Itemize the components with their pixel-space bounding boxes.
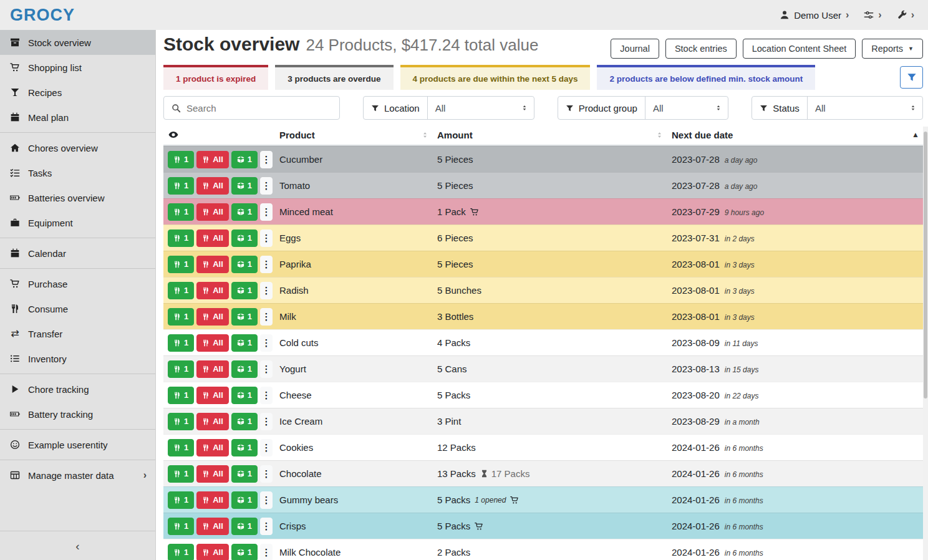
consume-one-button[interactable]: 1 [168, 282, 194, 299]
consume-all-button[interactable]: All [196, 413, 229, 430]
sidebar-item-transfer[interactable]: ⇄ Transfer [0, 321, 155, 346]
consume-all-button[interactable]: All [196, 151, 229, 168]
open-one-button[interactable]: 1 [231, 334, 258, 352]
consume-all-button[interactable]: All [196, 439, 229, 456]
sidebar-item-purchase[interactable]: Purchase [0, 271, 155, 296]
search-input[interactable] [186, 103, 339, 113]
journal-button[interactable]: Journal [611, 39, 659, 59]
consume-all-button[interactable]: All [196, 544, 229, 560]
sidebar-item-recipes[interactable]: Recipes [0, 80, 155, 105]
consume-all-button[interactable]: All [196, 334, 229, 352]
product-group-select[interactable]: All [645, 97, 728, 119]
open-one-button[interactable]: 1 [231, 151, 258, 168]
column-amount[interactable]: Amount [437, 130, 672, 140]
consume-one-button[interactable]: 1 [168, 544, 194, 560]
consume-one-button[interactable]: 1 [168, 229, 194, 247]
consume-one-button[interactable]: 1 [168, 177, 194, 195]
sidebar-item-calendar[interactable]: Calendar [0, 241, 155, 266]
reports-button[interactable]: Reports ▼ [862, 39, 923, 59]
status-select[interactable]: All [807, 97, 922, 119]
consume-one-button[interactable]: 1 [168, 439, 194, 456]
row-menu-button[interactable]: ⋮ [260, 177, 273, 195]
row-menu-button[interactable]: ⋮ [260, 544, 273, 560]
consume-one-button[interactable]: 1 [168, 413, 194, 430]
consume-one-button[interactable]: 1 [168, 334, 194, 352]
column-next-due-date[interactable]: Next due date ▲ [672, 130, 923, 140]
open-one-button[interactable]: 1 [231, 491, 258, 509]
sidebar-item-example-userentity[interactable]: Example userentity [0, 432, 155, 457]
open-one-button[interactable]: 1 [231, 229, 258, 247]
row-menu-button[interactable]: ⋮ [260, 334, 273, 352]
open-one-button[interactable]: 1 [231, 177, 258, 195]
sidebar-item-manage-master-data[interactable]: Manage master data › [0, 463, 155, 488]
consume-one-button[interactable]: 1 [168, 308, 194, 326]
sidebar-item-consume[interactable]: Consume [0, 296, 155, 321]
consume-all-button[interactable]: All [196, 203, 229, 221]
location-select[interactable]: All [427, 97, 534, 119]
consume-all-button[interactable]: All [196, 465, 229, 483]
open-one-button[interactable]: 1 [231, 518, 258, 535]
column-product[interactable]: Product [279, 130, 437, 140]
consume-one-button[interactable]: 1 [168, 387, 194, 404]
row-menu-button[interactable]: ⋮ [260, 282, 273, 299]
scrollbar-thumb[interactable] [924, 132, 927, 398]
consume-all-button[interactable]: All [196, 177, 229, 195]
consume-all-button[interactable]: All [196, 308, 229, 326]
consume-one-button[interactable]: 1 [168, 491, 194, 509]
row-menu-button[interactable]: ⋮ [260, 439, 273, 456]
clear-filter-button[interactable] [900, 66, 923, 89]
consume-all-button[interactable]: All [196, 256, 229, 273]
consume-all-button[interactable]: All [196, 518, 229, 535]
open-one-button[interactable]: 1 [231, 387, 258, 404]
open-one-button[interactable]: 1 [231, 439, 258, 456]
sidebar-item-tasks[interactable]: Tasks [0, 160, 155, 185]
row-menu-button[interactable]: ⋮ [260, 229, 273, 247]
row-menu-button[interactable]: ⋮ [260, 308, 273, 326]
row-menu-button[interactable]: ⋮ [260, 465, 273, 483]
stock-entries-button[interactable]: Stock entries [665, 39, 737, 59]
consume-all-button[interactable]: All [196, 491, 229, 509]
status-overdue[interactable]: 3 products are overdue [275, 65, 393, 90]
open-one-button[interactable]: 1 [231, 282, 258, 299]
location-content-sheet-button[interactable]: Location Content Sheet [743, 39, 856, 59]
consume-all-button[interactable]: All [196, 229, 229, 247]
sidebar-item-equipment[interactable]: Equipment [0, 210, 155, 235]
admin-menu[interactable]: › [897, 10, 914, 20]
consume-one-button[interactable]: 1 [168, 465, 194, 483]
consume-all-button[interactable]: All [196, 282, 229, 299]
open-one-button[interactable]: 1 [231, 413, 258, 430]
row-menu-button[interactable]: ⋮ [260, 518, 273, 535]
consume-one-button[interactable]: 1 [168, 256, 194, 273]
row-menu-button[interactable]: ⋮ [260, 360, 273, 378]
sidebar-item-chore-tracking[interactable]: Chore tracking [0, 377, 155, 402]
consume-one-button[interactable]: 1 [168, 203, 194, 221]
sidebar-item-meal-plan[interactable]: Meal plan [0, 105, 155, 130]
open-one-button[interactable]: 1 [231, 360, 258, 378]
sidebar-item-inventory[interactable]: Inventory [0, 346, 155, 371]
sidebar-item-stock-overview[interactable]: Stock overview [0, 30, 155, 55]
status-due-soon[interactable]: 4 products are due within the next 5 day… [400, 65, 591, 90]
open-one-button[interactable]: 1 [231, 308, 258, 326]
row-menu-button[interactable]: ⋮ [260, 491, 273, 509]
sidebar-item-chores-overview[interactable]: Chores overview [0, 135, 155, 160]
sidebar-item-batteries-overview[interactable]: Batteries overview [0, 185, 155, 210]
consume-all-button[interactable]: All [196, 360, 229, 378]
sidebar-item-shopping-list[interactable]: Shopping list [0, 55, 155, 80]
open-one-button[interactable]: 1 [231, 256, 258, 273]
row-menu-button[interactable]: ⋮ [260, 387, 273, 404]
settings-menu[interactable]: › [864, 10, 881, 20]
status-below-min[interactable]: 2 products are below defined min. stock … [597, 65, 815, 90]
row-menu-button[interactable]: ⋮ [260, 256, 273, 273]
open-one-button[interactable]: 1 [231, 544, 258, 560]
consume-one-button[interactable]: 1 [168, 151, 194, 168]
consume-all-button[interactable]: All [196, 387, 229, 404]
row-menu-button[interactable]: ⋮ [260, 151, 273, 168]
open-one-button[interactable]: 1 [231, 465, 258, 483]
consume-one-button[interactable]: 1 [168, 518, 194, 535]
sidebar-collapse-button[interactable]: ‹ [0, 531, 155, 560]
sidebar-item-battery-tracking[interactable]: Battery tracking [0, 402, 155, 427]
row-menu-button[interactable]: ⋮ [260, 203, 273, 221]
row-menu-button[interactable]: ⋮ [260, 413, 273, 430]
status-expired[interactable]: 1 product is expired [163, 65, 268, 90]
consume-one-button[interactable]: 1 [168, 360, 194, 378]
